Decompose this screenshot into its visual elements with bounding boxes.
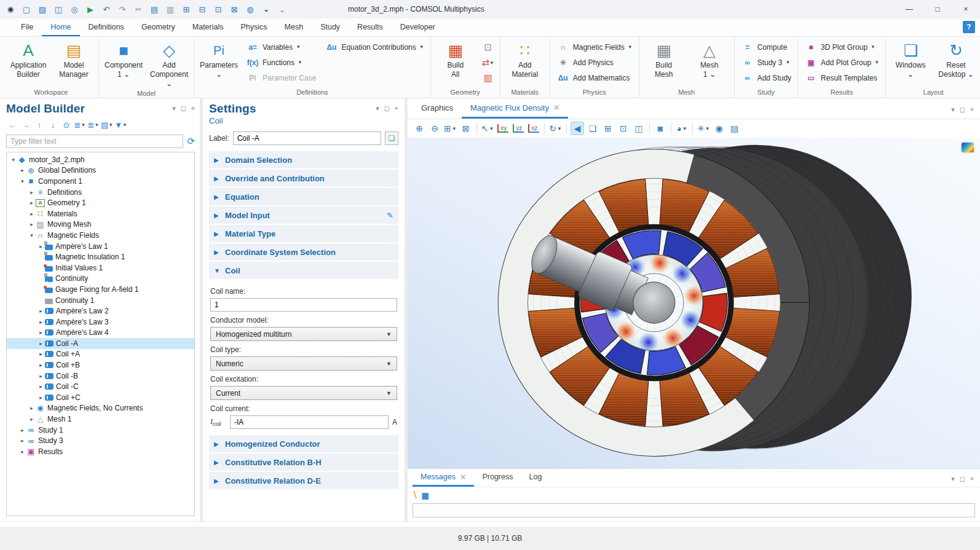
save-as-icon[interactable]: ◎ <box>68 3 81 15</box>
comsol-logo-icon[interactable]: ◉ <box>4 3 17 15</box>
panel-float-icon[interactable]: ◻ <box>384 104 390 112</box>
nav-forward-icon[interactable]: → <box>20 119 32 131</box>
panel-menu-icon[interactable]: ▾ <box>951 106 955 114</box>
panel-pin-icon[interactable]: ⌖ <box>970 475 974 483</box>
section-homogenized-conductor[interactable]: ▶Homogenized Conductor <box>209 435 398 452</box>
environment-icon[interactable]: ✳▼ <box>697 122 711 135</box>
add-physics-button[interactable]: ✳Add Physics <box>553 55 636 70</box>
tree-expander-icon[interactable]: ▸ <box>37 319 45 325</box>
application-builder-button[interactable]: AApplicationBuilder <box>6 38 50 79</box>
tree-item-amp-re-s-law-4[interactable]: ▸Ampère's Law 4 <box>7 328 194 339</box>
minimize-button[interactable]: — <box>895 0 923 18</box>
tree-item-magnetic-insulation-1[interactable]: Magnetic Insulation 1 <box>7 251 194 262</box>
run-icon[interactable]: ▶ <box>84 3 97 15</box>
zoom-in-icon[interactable]: ⊕ <box>413 122 426 135</box>
study-3-button[interactable]: ∞Study 3▼ <box>737 55 795 70</box>
nav-back-icon[interactable]: ← <box>6 119 18 131</box>
tab-log[interactable]: Log <box>521 469 550 487</box>
collapse-all-icon[interactable]: ≣▼ <box>87 119 100 131</box>
tree-expander-icon[interactable]: ▸ <box>18 449 26 455</box>
magnetic-fields-button[interactable]: ∩Magnetic Fields▼ <box>553 39 636 55</box>
tree-expander-icon[interactable]: ▸ <box>28 200 36 206</box>
add-material-button[interactable]: ∷AddMaterial <box>503 38 547 79</box>
tree-item-study-3[interactable]: ▸Study 3 <box>7 435 194 446</box>
panel-pin-icon[interactable]: ⌖ <box>395 104 398 112</box>
compute-button[interactable]: =Compute <box>737 39 795 55</box>
tree-item-materials[interactable]: ▸Materials <box>7 208 194 219</box>
tree-item-moving-mesh[interactable]: ▸Moving Mesh <box>7 219 194 230</box>
tree-expander-icon[interactable]: ▸ <box>28 211 36 217</box>
snapshot-icon[interactable]: ◉ <box>713 122 726 135</box>
help-button[interactable]: ? <box>963 21 975 33</box>
tree-expander-icon[interactable]: ▸ <box>37 351 45 357</box>
tree-item-continuity-1[interactable]: Continuity 1 <box>7 295 194 306</box>
tree-expander-icon[interactable]: ▸ <box>28 221 36 227</box>
save-icon[interactable]: ◫ <box>52 3 65 15</box>
tree-expander-icon[interactable]: ▸ <box>37 362 45 368</box>
show-icon[interactable]: ⊙ <box>60 119 73 131</box>
menu-home[interactable]: Home <box>42 18 79 36</box>
tree-expander-icon[interactable]: ▸ <box>18 427 26 433</box>
find-icon[interactable]: ◍ <box>243 3 257 15</box>
close-tab-icon[interactable]: ✕ <box>553 103 559 112</box>
tree-item-geometry-1[interactable]: ▸Geometry 1 <box>7 197 194 208</box>
plot-group-3d-button[interactable]: ■3D Plot Group▼ <box>800 39 883 55</box>
functions-button[interactable]: f(x)Functions▼ <box>242 55 320 70</box>
tree-expander-icon[interactable]: ▸ <box>37 395 45 401</box>
section-override[interactable]: ▶Override and Contribution <box>209 170 398 187</box>
refresh-icon[interactable]: ⟳ <box>187 136 195 147</box>
add-mathematics-button[interactable]: ΔuAdd Mathematics <box>553 70 636 85</box>
color-legend-icon[interactable]: ◫ <box>632 122 646 135</box>
tree-item-initial-values-1[interactable]: Initial Values 1 <box>7 262 194 273</box>
build-mesh-button[interactable]: ▦BuildMesh <box>642 38 686 79</box>
tree-item-results[interactable]: ▸Results <box>7 446 194 457</box>
expand-all-icon[interactable]: ≣▼ <box>74 119 86 131</box>
menu-study[interactable]: Study <box>312 18 349 36</box>
parameters-button[interactable]: PiParameters⌄ <box>197 38 241 79</box>
tree-expander-icon[interactable]: ▾ <box>18 178 26 184</box>
component-1-button[interactable]: ■Component1 ⌄ <box>101 38 146 79</box>
go-to-view-icon[interactable]: ↖▼ <box>481 122 495 135</box>
clear-messages-icon[interactable]: ⧹ <box>414 490 416 500</box>
cut-icon[interactable]: ✂ <box>132 3 145 15</box>
menu-materials[interactable]: Materials <box>184 18 232 36</box>
redo-icon[interactable]: ↷ <box>116 3 129 15</box>
tree-item-mesh-1[interactable]: ▸Mesh 1 <box>7 414 194 425</box>
menu-definitions[interactable]: Definitions <box>80 18 133 36</box>
image-settings-icon[interactable]: ◕▼ <box>675 122 689 135</box>
edit-icon[interactable]: ✎ <box>387 211 393 220</box>
tree-expander-icon[interactable]: ▸ <box>37 383 45 390</box>
view-xz-icon[interactable]: xz <box>527 122 540 135</box>
coil-current-input[interactable] <box>230 415 389 429</box>
menu-file[interactable]: File <box>12 18 42 36</box>
tree-filter-input[interactable] <box>6 135 183 148</box>
panel-float-icon[interactable]: ◻ <box>960 106 965 114</box>
tree-expander-icon[interactable]: ▾ <box>28 232 36 238</box>
copy-icon[interactable]: ▤ <box>148 3 161 15</box>
section-constitutive-de[interactable]: ▶Constitutive Relation D-E <box>209 472 398 489</box>
menu-results[interactable]: Results <box>349 18 392 36</box>
tree-expander-icon[interactable]: ▸ <box>28 189 36 195</box>
clear-selection-icon[interactable]: ⊠ <box>227 3 241 15</box>
section-model-input[interactable]: ▶Model Input✎ <box>209 206 398 224</box>
tree-item-magnetic-fields-no-currents[interactable]: ▸Magnetic Fields, No Currents <box>7 403 194 414</box>
tree-item-gauge-fixing-for-a-field-1[interactable]: Gauge Fixing for A-field 1 <box>7 284 194 295</box>
tree-item-global-definitions[interactable]: ▸Global Definitions <box>7 165 194 176</box>
undo-icon[interactable]: ↶ <box>100 3 113 15</box>
tree-expander-icon[interactable]: ▸ <box>28 405 36 411</box>
zoom-box-icon[interactable]: ⊞▼ <box>443 122 457 135</box>
tree-item-coil-+b[interactable]: ▸Coil +B <box>7 359 194 371</box>
geometry-rebuild-icon[interactable]: ⇄▼ <box>479 56 497 69</box>
mesh-1-button[interactable]: △Mesh1 ⌄ <box>687 38 732 79</box>
tree-item-definitions[interactable]: ▸Definitions <box>7 187 194 198</box>
build-all-button[interactable]: ▦BuildAll <box>433 38 478 79</box>
select-icon[interactable]: ⊡ <box>211 3 225 15</box>
virtual-operations-icon[interactable]: ▥ <box>479 71 497 85</box>
panel-pin-icon[interactable]: ⌖ <box>191 104 195 112</box>
view-yz-icon[interactable]: yz <box>512 122 525 135</box>
add-plot-group-button[interactable]: ▣Add Plot Group▼ <box>800 55 883 70</box>
model-tree-node-icon[interactable]: ▤▼ <box>101 119 113 131</box>
section-coord-sys[interactable]: ▶Coordinate System Selection <box>209 243 398 261</box>
rotate-icon[interactable]: ↻▼ <box>548 122 563 135</box>
windows-button[interactable]: ❏Windows⌄ <box>888 38 933 79</box>
